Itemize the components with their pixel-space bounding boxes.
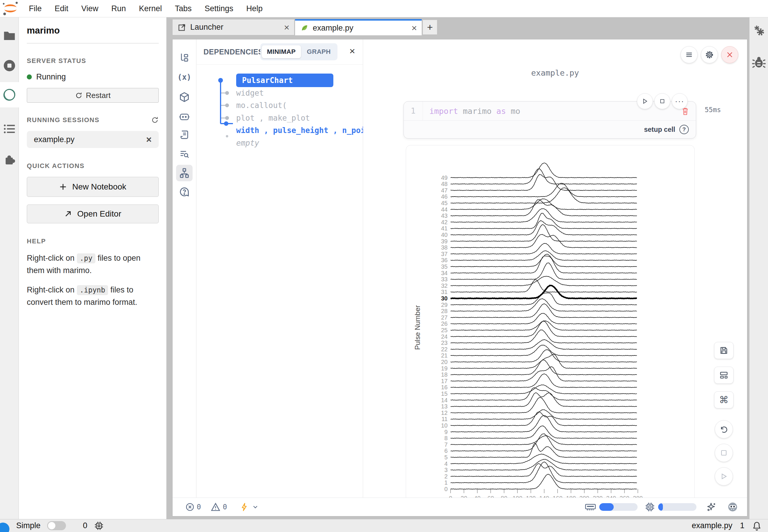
svg-text:33: 33 [441, 276, 448, 282]
svg-text:12: 12 [441, 410, 448, 416]
undo-button[interactable] [715, 420, 733, 438]
lightning-icon[interactable] [240, 502, 249, 512]
svg-text:140: 140 [539, 495, 549, 498]
warnings-icon[interactable] [211, 503, 220, 511]
new-tab-button[interactable]: + [423, 20, 437, 35]
tab-launcher-close-icon[interactable]: × [284, 23, 290, 32]
notebook-settings-button[interactable] [701, 46, 718, 63]
copilot-icon[interactable] [727, 502, 738, 512]
svg-text:1: 1 [444, 479, 448, 486]
variables-icon[interactable]: (x) [176, 69, 193, 85]
restart-button[interactable]: Restart [27, 88, 159, 103]
svg-text:17: 17 [441, 378, 448, 384]
minimap-toggle[interactable]: MINIMAP [262, 45, 301, 58]
tab-example-py-close-icon[interactable]: × [411, 23, 417, 33]
activity-running-sessions[interactable] [0, 53, 19, 78]
open-editor-button[interactable]: Open Editor [27, 205, 159, 223]
jupyterlab-window: FileEditViewRunKernelTabsSettingsHelp [0, 0, 768, 532]
dependency-tree: PulsarChartwidgetmo.callout(plot , make_… [197, 64, 363, 498]
menu-edit[interactable]: Edit [48, 4, 75, 13]
debugger-bug-icon[interactable] [752, 56, 766, 69]
code-line[interactable]: import marimo as mo [429, 107, 520, 116]
command-palette-button[interactable]: ⌘ [714, 391, 734, 408]
new-notebook-label: New Notebook [72, 182, 126, 192]
activity-file-browser[interactable] [0, 23, 19, 48]
folder-icon [4, 31, 15, 41]
help-heading: HELP [27, 237, 159, 245]
svg-text:15: 15 [441, 390, 448, 397]
notebook-shutdown-button[interactable] [721, 46, 738, 63]
svg-text:Pulse Number: Pulse Number [413, 305, 421, 350]
menu-view[interactable]: View [75, 4, 105, 13]
tab-example-py[interactable]: example.py × [295, 19, 422, 35]
svg-text:6: 6 [444, 448, 448, 454]
dep-node-widget[interactable]: widget [236, 86, 264, 100]
session-close-icon[interactable]: × [146, 135, 152, 144]
dep-node-pulsarchart[interactable]: PulsarChart [236, 74, 333, 87]
svg-text:49: 49 [441, 174, 448, 181]
ai-sparkles-icon[interactable] [707, 502, 717, 512]
menu-help[interactable]: Help [240, 4, 269, 13]
menu-file[interactable]: File [22, 4, 48, 13]
run-all-button[interactable] [715, 467, 733, 486]
help-bubble-icon[interactable] [176, 184, 193, 200]
file-explorer-tree-icon[interactable] [176, 49, 193, 66]
dep-node-mo-callout[interactable]: mo.callout( [236, 99, 287, 112]
graph-toggle[interactable]: GRAPH [302, 45, 336, 58]
svg-text:120: 120 [526, 495, 536, 498]
activity-table-of-contents[interactable] [0, 116, 19, 142]
bell-icon[interactable] [752, 521, 762, 531]
svg-text:260: 260 [620, 495, 629, 498]
statusbar-filename[interactable]: example.py [692, 521, 732, 530]
dependencies-close-icon[interactable]: × [349, 46, 355, 56]
activity-marimo[interactable] [0, 82, 19, 107]
menu-tabs[interactable]: Tabs [168, 4, 198, 13]
chevron-down-icon[interactable] [252, 503, 259, 511]
delete-cell-icon[interactable] [681, 107, 689, 116]
layout-button[interactable] [714, 367, 734, 384]
errors-icon[interactable] [185, 503, 195, 511]
tab-launcher[interactable]: Launcher × [172, 19, 295, 35]
ram-icon [585, 503, 596, 511]
session-item[interactable]: example.py × [27, 131, 159, 148]
warning-count: 0 [223, 503, 227, 511]
interrupt-button[interactable] [715, 444, 733, 462]
refresh-icon[interactable] [151, 116, 159, 124]
notebook-status-bar: 0 0 [172, 498, 747, 516]
simple-mode-toggle[interactable] [47, 521, 66, 530]
running-sessions-heading: RUNNING SESSIONS [27, 116, 99, 124]
scratchpad-scroll-icon[interactable] [176, 127, 193, 143]
setup-cell[interactable]: ··· 1 import marimo as mo [403, 101, 696, 139]
menu-settings[interactable]: Settings [198, 4, 240, 13]
dependency-graph-icon[interactable] [176, 165, 193, 181]
setup-help-icon[interactable]: ? [679, 125, 689, 134]
undo-icon [720, 425, 728, 433]
dep-node-empty[interactable]: empty [236, 136, 259, 150]
new-notebook-button[interactable]: New Notebook [27, 177, 159, 197]
save-button[interactable] [714, 342, 734, 359]
execution-time: 55ms [705, 106, 721, 114]
menu-kernel[interactable]: Kernel [132, 4, 168, 13]
packages-cube-icon[interactable] [176, 89, 193, 105]
leaf-icon [300, 24, 309, 32]
property-inspector-gears-icon[interactable] [752, 25, 765, 38]
layout-icon [719, 371, 728, 380]
menu-run[interactable]: Run [105, 4, 132, 13]
svg-text:8: 8 [444, 435, 448, 441]
svg-text:44: 44 [441, 206, 448, 213]
chip-icon[interactable] [94, 521, 103, 530]
py-chip: .py [77, 253, 95, 263]
kernel-usage-count: 0 [83, 521, 87, 530]
notebook-menu-button[interactable] [681, 46, 698, 63]
svg-text:41: 41 [441, 225, 448, 232]
tab-launcher-label: Launcher [190, 23, 224, 32]
ai-robot-icon[interactable] [176, 108, 193, 125]
svg-text:180: 180 [566, 495, 576, 498]
logs-search-icon[interactable] [176, 146, 193, 162]
svg-text:36: 36 [441, 257, 448, 263]
dep-node-width-pulse-height-n-poi[interactable]: width , pulse_height , n_poi [236, 124, 365, 137]
svg-text:48: 48 [441, 181, 448, 187]
dep-node-plot-make-plot[interactable]: plot , make_plot [236, 111, 310, 125]
menu-items: FileEditViewRunKernelTabsSettingsHelp [22, 4, 269, 13]
activity-extensions[interactable] [0, 147, 19, 172]
